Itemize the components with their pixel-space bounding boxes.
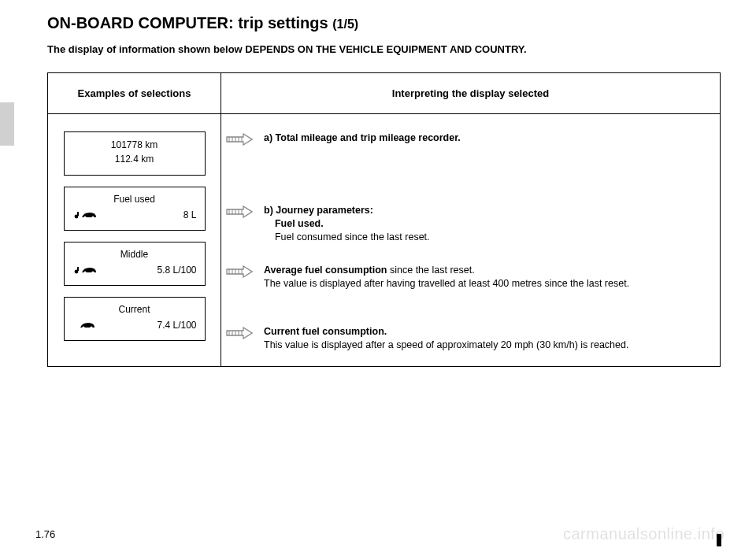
- interpret-c-plain1: since the last reset.: [387, 265, 475, 276]
- page-number: 1.76: [35, 528, 55, 540]
- fuel-pump-car-icon: [72, 209, 104, 220]
- title-main: ON-BOARD COMPUTER: trip settings: [47, 14, 332, 31]
- examples-cell: 101778 km 112.4 km Fuel used: [48, 114, 221, 367]
- interpret-d-plain: This value is displayed after a speed of…: [264, 339, 628, 350]
- interpret-a: a) Total mileage and trip mileage record…: [264, 131, 709, 145]
- interpret-c-bold: Average fuel consumption: [264, 265, 387, 276]
- interpret-b-bold2: Fuel used.: [275, 218, 324, 229]
- header-interpret: Interpreting the display selected: [221, 73, 721, 114]
- interpret-c: Average fuel consumption since the last …: [264, 264, 709, 291]
- interpret-d: Current fuel consumption. This value is …: [264, 325, 709, 352]
- interpret-b: b) Journey parameters: Fuel used. Fuel c…: [264, 204, 709, 244]
- display-mileage: 101778 km 112.4 km: [64, 131, 206, 176]
- mileage-trip: 112.4 km: [72, 154, 197, 165]
- svg-rect-5: [77, 267, 79, 271]
- mileage-total: 101778 km: [72, 139, 197, 150]
- display-avg-consumption: Middle 5.8 L/1: [64, 242, 206, 286]
- avg-value: 5.8 L/100: [157, 265, 196, 276]
- display-current-consumption: Current 7.4 L/100: [64, 297, 206, 341]
- interpret-b-bold1: b) Journey parameters:: [264, 205, 373, 216]
- arrow-right-icon: [226, 265, 253, 281]
- header-examples: Examples of selections: [48, 73, 221, 114]
- interpret-b-plain: Fuel consumed since the last reset.: [275, 231, 430, 242]
- watermark: carmanualsonline.info: [563, 525, 724, 543]
- svg-point-3: [91, 216, 94, 218]
- manual-page: ON-BOARD COMPUTER: trip settings (1/5) T…: [0, 0, 756, 367]
- settings-table: Examples of selections Interpreting the …: [47, 72, 721, 367]
- interpret-d-bold: Current fuel consumption.: [264, 326, 387, 337]
- interpret-cell: a) Total mileage and trip mileage record…: [221, 114, 721, 367]
- fuel-pump-car-icon: [72, 265, 104, 276]
- current-label: Current: [72, 304, 197, 315]
- svg-point-2: [83, 216, 86, 218]
- car-icon: [72, 320, 104, 331]
- svg-point-6: [83, 271, 86, 273]
- svg-point-8: [82, 326, 84, 328]
- interpret-c-plain2: The value is displayed after having trav…: [264, 278, 629, 289]
- arrow-right-icon: [226, 327, 253, 342]
- arrow-right-icon: [226, 133, 253, 149]
- crop-mark: [717, 534, 721, 546]
- equipment-note: The display of information shown below D…: [47, 43, 721, 55]
- avg-label: Middle: [72, 249, 197, 260]
- fuel-used-label: Fuel used: [72, 194, 197, 205]
- arrow-right-icon: [226, 205, 253, 221]
- page-title: ON-BOARD COMPUTER: trip settings (1/5): [47, 14, 721, 32]
- svg-rect-1: [77, 212, 79, 216]
- side-tab: [0, 102, 14, 146]
- svg-point-9: [90, 326, 92, 328]
- current-value: 7.4 L/100: [157, 320, 196, 331]
- title-sub: (1/5): [332, 17, 358, 31]
- svg-point-7: [91, 271, 94, 273]
- fuel-used-value: 8 L: [183, 209, 197, 220]
- interpret-a-bold: a) Total mileage and trip mileage record…: [264, 132, 461, 143]
- display-fuel-used: Fuel used 8 L: [64, 187, 206, 231]
